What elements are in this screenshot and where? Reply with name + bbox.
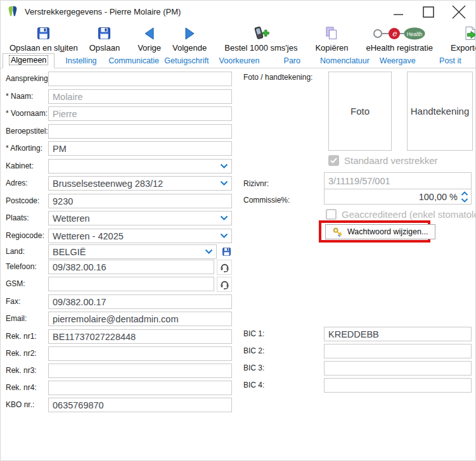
- field-row-kabinet: Kabinet:: [6, 159, 232, 174]
- rek-nr4-input[interactable]: [48, 381, 232, 395]
- field-row-naam: * Naam:: [6, 89, 232, 104]
- copy-label: Kopiëren: [315, 43, 348, 53]
- export-button[interactable]: Exporteren: [445, 23, 476, 54]
- aanspreking-input[interactable]: [48, 72, 232, 86]
- bic4-label: BIC 4:: [243, 381, 264, 389]
- regiocode-label: Regiocode:: [6, 229, 44, 243]
- voornaam-input: [48, 106, 232, 121]
- field-row-land: Land: BELGIË: [6, 244, 232, 259]
- postcode-label: Postcode:: [6, 194, 39, 208]
- close-button[interactable]: [444, 1, 474, 23]
- geaccrediteerd-label: Geaccrediteerd (enkel stomatolog: [342, 209, 476, 220]
- telefoon-call-button[interactable]: [217, 260, 232, 275]
- next-button[interactable]: Volgende: [167, 23, 212, 54]
- adres-value: Brusselsesteenweg 283/12: [53, 179, 220, 189]
- handtekening-box-label: Handtekening: [411, 106, 470, 117]
- next-label: Volgende: [172, 43, 207, 53]
- chevron-down-icon[interactable]: [220, 180, 228, 186]
- chevron-down-icon[interactable]: [220, 233, 228, 239]
- adres-label: Adres:: [6, 176, 28, 191]
- bic2-input[interactable]: [324, 344, 472, 358]
- kabinet-dropdown[interactable]: [48, 159, 232, 174]
- fax-input[interactable]: [48, 294, 232, 309]
- tab-voorkeuren[interactable]: Voorkeuren: [213, 54, 266, 68]
- land-value: BELGIË: [53, 247, 205, 257]
- tab-getuigschrift[interactable]: Getuigschrift: [160, 54, 213, 68]
- tab-bar: Algemeen Instelling Communicatie Getuigs…: [1, 54, 476, 68]
- regiocode-dropdown[interactable]: Wetteren - 42025: [48, 229, 232, 243]
- land-dropdown[interactable]: BELGIË: [48, 244, 217, 259]
- tab-communicatie[interactable]: Communicatie: [108, 54, 160, 68]
- arrow-right-icon: [182, 24, 197, 42]
- maximize-button[interactable]: [413, 1, 444, 23]
- checkbox-checked-icon: [328, 155, 339, 166]
- spinner-up-down-icon[interactable]: [461, 191, 468, 203]
- tab-paro[interactable]: Paro: [266, 54, 318, 68]
- rizivnr-label: Rizivnr:: [243, 179, 269, 188]
- commissie-value: 100,00 %: [419, 192, 458, 202]
- previous-button[interactable]: Vorige: [132, 23, 167, 54]
- tab-post-it[interactable]: Post it: [424, 54, 476, 68]
- bic1-input[interactable]: [324, 327, 472, 341]
- export-label: Exporteren: [451, 43, 476, 53]
- gsm-call-button[interactable]: [217, 277, 232, 292]
- save-icon: [221, 246, 232, 257]
- save-and-close-button[interactable]: Opslaan en sluiten: [4, 23, 84, 54]
- gsm-label: GSM:: [6, 277, 25, 291]
- rek-nr1-input[interactable]: [48, 329, 232, 344]
- tab-algemeen[interactable]: Algemeen: [3, 53, 55, 68]
- rek-nr3-label: Rek. nr3:: [6, 363, 37, 378]
- adres-dropdown[interactable]: Brusselsesteenweg 283/12: [48, 176, 232, 191]
- commissie-field[interactable]: 100,00 %: [324, 189, 472, 205]
- foto-box[interactable]: Foto: [328, 72, 392, 151]
- field-row-postcode: Postcode:: [6, 194, 232, 208]
- headset-icon: [219, 262, 230, 273]
- order-sms-button[interactable]: Bestel 1000 sms'jes: [219, 23, 303, 54]
- bic3-input[interactable]: [324, 361, 472, 376]
- kbo-input[interactable]: [48, 398, 232, 412]
- ehealth-registration-button[interactable]: e Health eHealth registratie: [361, 23, 439, 54]
- bic2-label: BIC 2:: [243, 346, 264, 355]
- rek-nr1-label: Rek. nr1:: [6, 329, 37, 344]
- field-row-regiocode: Regiocode: Wetteren - 42025: [6, 229, 232, 243]
- beroepstitel-label: Beroepstitel:: [6, 124, 48, 139]
- chevron-down-icon[interactable]: [220, 163, 228, 169]
- beroepstitel-input[interactable]: [48, 124, 232, 139]
- foto-handtekening-label: Foto / handtekening:: [243, 73, 312, 82]
- field-row-rek-nr2: Rek. nr2:: [6, 346, 232, 361]
- standaard-verstrekker-checkbox: Standaard verstrekker: [328, 155, 438, 166]
- save-button[interactable]: Opslaan: [84, 23, 125, 54]
- field-row-aanspreking: Aanspreking:: [6, 72, 232, 86]
- rek-nr3-input[interactable]: [48, 363, 232, 378]
- bic4-input[interactable]: [324, 378, 472, 393]
- field-row-voornaam: * Voornaam:: [6, 106, 232, 121]
- wachtwoord-wijzigen-label: Wachtwoord wijzigen...: [347, 227, 428, 236]
- tab-instelling[interactable]: Instelling: [55, 54, 107, 68]
- chevron-down-icon[interactable]: [220, 215, 228, 221]
- naam-input: [48, 89, 232, 104]
- naam-label: * Naam:: [6, 89, 33, 104]
- tab-weergave[interactable]: Weergave: [371, 54, 424, 68]
- field-row-gsm: GSM:: [6, 277, 232, 291]
- kbo-label: KBO nr.:: [6, 398, 34, 412]
- field-row-adres: Adres: Brusselsesteenweg 283/12: [6, 176, 232, 191]
- copy-button[interactable]: Kopiëren: [309, 23, 354, 54]
- bic1-label: BIC 1:: [243, 329, 264, 338]
- wachtwoord-wijzigen-button[interactable]: Wachtwoord wijzigen...: [325, 224, 435, 239]
- voornaam-label: * Voornaam:: [6, 106, 48, 121]
- rek-nr2-input[interactable]: [48, 346, 232, 361]
- chevron-down-icon[interactable]: [205, 249, 213, 255]
- gsm-input[interactable]: [48, 277, 214, 291]
- land-save-button[interactable]: [219, 244, 233, 259]
- afkorting-input[interactable]: [48, 141, 232, 156]
- email-input[interactable]: [48, 312, 232, 326]
- postcode-input[interactable]: [48, 194, 232, 208]
- provider-details-window: Verstrekkergegevens - Pierre Molaire (PM…: [0, 0, 476, 461]
- minimize-button[interactable]: [383, 1, 413, 23]
- tab-nomenclatuur[interactable]: Nomenclatuur: [318, 54, 371, 68]
- arrow-left-icon: [142, 24, 157, 42]
- telefoon-input[interactable]: [48, 260, 214, 274]
- handtekening-box[interactable]: Handtekening: [407, 72, 473, 151]
- dentadmin-logo-icon: [6, 5, 19, 18]
- plaats-dropdown[interactable]: Wetteren: [48, 211, 232, 225]
